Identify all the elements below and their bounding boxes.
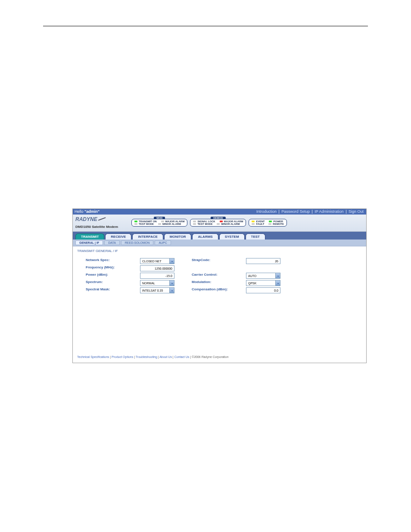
chevron-down-icon[interactable]: ▾ bbox=[169, 280, 174, 286]
tab-interface[interactable]: INTERFACE bbox=[132, 233, 163, 240]
input-compensation-dbm-[interactable] bbox=[246, 287, 280, 293]
label-network-spec-: Network Spec: bbox=[86, 258, 137, 264]
led-icon bbox=[193, 223, 196, 225]
panel-heading: TRANSMIT GENERAL / IF bbox=[73, 246, 366, 254]
select-carrier-control-[interactable]: AUTO▾ bbox=[246, 273, 280, 279]
subtab-aupc[interactable]: AUPC bbox=[155, 240, 171, 245]
status-minor-alarm: MINOR ALARM bbox=[158, 223, 181, 225]
status-system: EVENTPOWER FAULTREMOTE bbox=[249, 219, 287, 227]
led-icon bbox=[268, 223, 271, 225]
select-spectrum-[interactable]: NORMAL▾ bbox=[140, 280, 174, 286]
select-modulation-[interactable]: QPSK▾ bbox=[246, 280, 280, 286]
status-test-mode: TEST MODE bbox=[193, 223, 212, 225]
toplink-password-setup[interactable]: Password Setup bbox=[281, 209, 310, 214]
footer-troubleshooting[interactable]: Troubleshooting bbox=[136, 355, 157, 358]
status-groups: MOD TRANSMIT ONMAJOR ALARM TEST MODEMINO… bbox=[131, 219, 287, 227]
led-icon bbox=[217, 223, 220, 225]
top-bar: Hello "admin" Introduction | Password Se… bbox=[73, 209, 366, 215]
footer-contact-us[interactable]: Contact Us bbox=[174, 355, 190, 358]
logo: RADYNE DMD1050 Satellite Modem bbox=[75, 216, 127, 229]
tab-receive[interactable]: RECEIVE bbox=[105, 233, 131, 240]
toplink-sign-out[interactable]: Sign Out bbox=[349, 209, 364, 214]
status-fault: FAULT bbox=[252, 223, 264, 225]
brand-name: RADYNE bbox=[75, 216, 127, 222]
label-compensation-dbm-: Compensation (dBm): bbox=[192, 287, 243, 293]
led-icon bbox=[269, 221, 272, 222]
select-network-spec-[interactable]: CLOSED NET▾ bbox=[140, 258, 174, 264]
led-icon bbox=[252, 223, 255, 225]
greeting-user: "admin" bbox=[84, 209, 100, 214]
subtab-general-if[interactable]: GENERAL | IF bbox=[75, 240, 103, 245]
copyright: ©2006 Radyne Corporation bbox=[192, 355, 228, 358]
footer: Technical Specifications | Product Optio… bbox=[73, 353, 366, 363]
input-frequency-mhz-[interactable] bbox=[141, 267, 173, 271]
label-strapcode-: StrapCode: bbox=[192, 258, 243, 264]
status-demod-title: DEMOD bbox=[211, 217, 225, 219]
label-spectral-mask-: Spectral Mask: bbox=[86, 287, 137, 293]
header: RADYNE DMD1050 Satellite Modem MOD TRANS… bbox=[73, 215, 366, 232]
footer-product-options[interactable]: Product Options bbox=[112, 355, 133, 358]
label-carrier-control-: Carrier Control: bbox=[192, 273, 243, 279]
tab-system[interactable]: SYSTEM bbox=[219, 233, 245, 240]
led-icon bbox=[134, 221, 137, 222]
nav-tabs: TRANSMITRECEIVEINTERFACEMONITORALARMSSYS… bbox=[73, 232, 366, 240]
footer-about-us[interactable]: About Us bbox=[159, 355, 172, 358]
label-modulation-: Modulation: bbox=[192, 280, 243, 286]
label-spectrum-: Spectrum: bbox=[86, 280, 137, 286]
top-links: Introduction | Password Setup | IP Admin… bbox=[255, 209, 364, 215]
footer-technical-specifications[interactable]: Technical Specifications bbox=[77, 355, 109, 358]
chevron-down-icon[interactable]: ▾ bbox=[275, 273, 280, 278]
led-icon bbox=[161, 221, 164, 222]
tab-transmit[interactable]: TRANSMIT bbox=[75, 233, 104, 240]
tab-alarms[interactable]: ALARMS bbox=[192, 233, 218, 240]
select-spectral-mask-[interactable]: INTELSAT 0.35▾ bbox=[140, 287, 174, 293]
input-strapcode-[interactable] bbox=[247, 259, 279, 263]
subtab-data[interactable]: DATA bbox=[104, 240, 120, 245]
toplink-ip-administration[interactable]: IP Administration bbox=[314, 209, 343, 214]
app-window: Hello "admin" Introduction | Password Se… bbox=[72, 208, 367, 363]
greeting: Hello "admin" bbox=[75, 209, 100, 215]
led-icon bbox=[252, 221, 255, 222]
tab-monitor[interactable]: MONITOR bbox=[164, 233, 192, 240]
input-power-dbm-[interactable] bbox=[140, 273, 174, 279]
led-icon bbox=[158, 223, 161, 225]
sub-tabs: GENERAL | IFDATAREED-SOLOMONAUPC bbox=[73, 240, 366, 246]
led-icon bbox=[134, 223, 137, 225]
chevron-down-icon[interactable]: ▾ bbox=[275, 280, 280, 286]
status-minor-alarm: MINOR ALARM bbox=[217, 223, 240, 225]
toplink-introduction[interactable]: Introduction bbox=[256, 209, 277, 214]
input-strapcode-[interactable] bbox=[246, 258, 280, 264]
status-test-mode: TEST MODE bbox=[134, 223, 154, 225]
device-name: DMD1050 Satellite Modem bbox=[75, 225, 127, 229]
label-gap bbox=[192, 265, 243, 271]
status-mod-title: MOD bbox=[154, 217, 165, 219]
subtab-reed-solomon[interactable]: REED-SOLOMON bbox=[121, 240, 154, 245]
label-power-dbm-: Power (dBm): bbox=[86, 273, 137, 279]
status-mod: MOD TRANSMIT ONMAJOR ALARM TEST MODEMINO… bbox=[131, 219, 187, 227]
input-power-dbm-[interactable] bbox=[141, 274, 173, 278]
led-icon bbox=[193, 221, 196, 222]
status-remote: REMOTE bbox=[268, 223, 284, 225]
greeting-prefix: Hello bbox=[75, 209, 84, 214]
input-frequency-mhz-[interactable] bbox=[140, 265, 174, 271]
led-icon bbox=[220, 221, 223, 222]
chevron-down-icon[interactable]: ▾ bbox=[169, 258, 174, 264]
label-frequency-mhz-: Frequency (MHz): bbox=[86, 265, 137, 271]
chevron-down-icon[interactable]: ▾ bbox=[169, 288, 174, 293]
form-panel: Network Spec:Frequency (MHz):Power (dBm)… bbox=[73, 254, 366, 353]
input-compensation-dbm-[interactable] bbox=[247, 289, 279, 292]
status-demod: DEMOD SIGNAL LOCKMAJOR ALARM TEST MODEMI… bbox=[190, 219, 246, 227]
tab-test[interactable]: TEST bbox=[246, 233, 265, 240]
